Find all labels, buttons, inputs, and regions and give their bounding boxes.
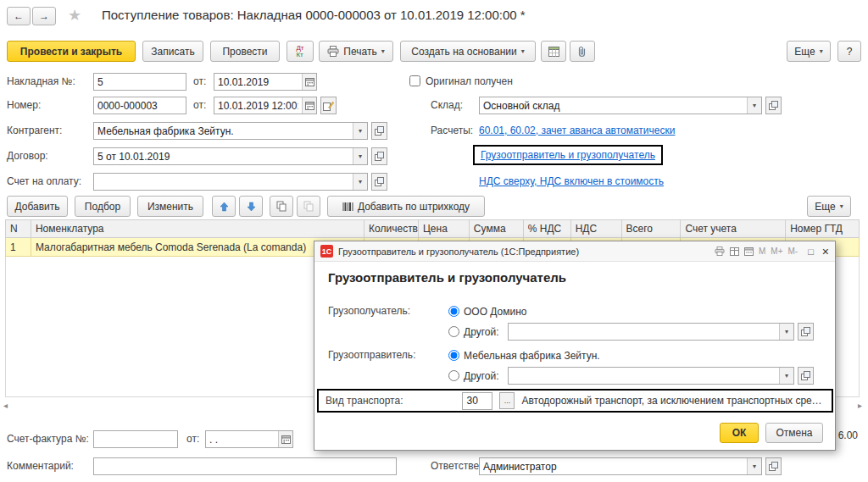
col-header-total[interactable]: Всего	[622, 220, 682, 237]
help-button[interactable]: ?	[837, 41, 861, 62]
edit-number-button[interactable]	[320, 97, 337, 114]
invoice-factura-field[interactable]	[93, 430, 178, 448]
col-header-vat-percent[interactable]: % НДС	[524, 220, 571, 237]
scroll-left-icon[interactable]: ◂	[3, 401, 8, 411]
transport-code-input[interactable]	[463, 393, 492, 409]
col-header-nomenclature[interactable]: Номенклатура	[31, 220, 364, 237]
more-button[interactable]: Еще ▾	[787, 41, 831, 62]
dialog-calendar-icon[interactable]	[744, 247, 754, 256]
consignor-other-open-button[interactable]	[798, 367, 814, 385]
invoice-date-field[interactable]	[214, 73, 317, 91]
consignor-other-radio[interactable]	[448, 370, 459, 381]
consignee-radio[interactable]	[448, 306, 459, 317]
dialog-printer-icon[interactable]	[715, 247, 725, 256]
payment-invoice-open-button[interactable]	[371, 173, 387, 191]
counterparty-open-button[interactable]	[371, 122, 387, 140]
consignor-other-input[interactable]	[509, 368, 779, 384]
number-date-input[interactable]	[214, 97, 302, 114]
chevron-down-icon[interactable]: ▾	[779, 324, 793, 340]
dialog-table-icon[interactable]	[730, 247, 739, 256]
row-number-cell[interactable]: 1	[6, 238, 31, 256]
chevron-down-icon[interactable]: ▾	[747, 97, 761, 114]
responsible-input[interactable]	[480, 458, 747, 474]
memory-plus-button[interactable]: М+	[771, 247, 782, 256]
maximize-icon[interactable]: □	[808, 247, 814, 257]
move-up-button[interactable]	[212, 196, 236, 217]
invoice-factura-input[interactable]	[94, 431, 177, 447]
consignee-other-input[interactable]	[509, 324, 779, 340]
chevron-down-icon[interactable]: ▾	[779, 368, 793, 384]
chevron-down-icon[interactable]: ▾	[747, 458, 761, 474]
warehouse-input[interactable]	[480, 97, 747, 114]
scroll-right-icon[interactable]: ▸	[858, 401, 862, 411]
consignee-other-radio[interactable]	[448, 326, 459, 337]
consignor-consignee-link[interactable]: Грузоотправитель и грузополучатель	[481, 149, 655, 161]
chevron-down-icon[interactable]: ▾	[353, 174, 367, 190]
consignee-other-row[interactable]: Другой:	[448, 323, 499, 341]
number-input[interactable]	[94, 97, 186, 114]
dt-kt-button[interactable]: ДтКт	[287, 41, 314, 62]
invoice-factura-date-input[interactable]	[206, 431, 278, 447]
warehouse-combo[interactable]: ▾	[479, 97, 762, 114]
vat-mode-link[interactable]: НДС сверху, НДС включен в стоимость	[479, 173, 664, 191]
settlements-link[interactable]: 60.01, 60.02, зачет аванса автоматически	[479, 122, 675, 140]
transport-select-button[interactable]: ...	[499, 392, 515, 409]
add-by-barcode-button[interactable]: Добавить по штрихкоду	[327, 196, 485, 217]
comment-input[interactable]	[94, 458, 396, 474]
consignee-other-combo[interactable]: ▾	[508, 323, 794, 341]
add-row-button[interactable]: Добавить	[7, 196, 68, 217]
invoice-no-input[interactable]	[94, 74, 186, 90]
calendar-icon[interactable]	[302, 74, 316, 90]
calendar-icon[interactable]	[302, 97, 316, 114]
print-button[interactable]: Печать ▾	[319, 41, 393, 62]
paste-row-button[interactable]	[297, 196, 320, 217]
col-header-n[interactable]: N	[6, 220, 31, 237]
chevron-down-icon[interactable]: ▾	[353, 148, 367, 164]
payment-invoice-combo[interactable]: ▾	[93, 173, 368, 191]
payment-invoice-input[interactable]	[94, 174, 353, 190]
counterparty-combo[interactable]: ▾	[93, 122, 368, 140]
consignor-option-row[interactable]: Мебельная фабрика Зейтун.	[448, 346, 600, 364]
consignor-other-row[interactable]: Другой:	[448, 367, 499, 385]
move-down-button[interactable]	[239, 196, 263, 217]
favorite-star-icon[interactable]: ★	[68, 6, 81, 25]
counterparty-input[interactable]	[94, 123, 353, 139]
calendar-icon[interactable]	[278, 431, 292, 447]
items-more-button[interactable]: Еще ▾	[807, 196, 851, 217]
col-header-price[interactable]: Цена	[419, 220, 470, 237]
col-header-account[interactable]: Счет учета	[681, 220, 786, 237]
dialog-titlebar[interactable]: 1C Грузоотправитель и грузополучатель (1…	[314, 241, 835, 262]
contract-open-button[interactable]	[371, 147, 387, 165]
ok-button[interactable]: ОК	[720, 423, 759, 443]
col-header-quantity[interactable]: Количество	[364, 220, 419, 237]
memory-minus-button[interactable]: М-	[787, 247, 798, 256]
memory-button[interactable]: М	[759, 247, 765, 256]
forward-button[interactable]: →	[32, 7, 56, 25]
col-header-gtd[interactable]: Номер ГТД	[786, 220, 859, 237]
comment-field[interactable]	[93, 457, 397, 475]
col-header-amount[interactable]: Сумма	[470, 220, 524, 237]
consignee-other-open-button[interactable]	[798, 323, 814, 341]
post-and-close-button[interactable]: Провести и закрыть	[7, 41, 136, 62]
chevron-down-icon[interactable]: ▾	[353, 123, 367, 139]
reports-button[interactable]	[541, 41, 566, 62]
transport-code-field[interactable]	[462, 392, 492, 410]
consignor-other-combo[interactable]: ▾	[508, 367, 794, 385]
responsible-combo[interactable]: ▾	[479, 457, 762, 475]
col-header-vat[interactable]: НДС	[571, 220, 622, 237]
original-received-checkbox[interactable]	[409, 75, 420, 86]
close-icon[interactable]: ×	[822, 245, 829, 258]
number-date-field[interactable]	[214, 97, 317, 114]
write-button[interactable]: Записать	[142, 41, 203, 62]
invoice-date-input[interactable]	[214, 74, 302, 90]
warehouse-open-button[interactable]	[765, 97, 782, 114]
back-button[interactable]: ←	[7, 7, 31, 25]
copy-row-button[interactable]	[270, 196, 293, 217]
attachments-button[interactable]	[570, 41, 595, 62]
post-button[interactable]: Провести	[210, 41, 280, 62]
cancel-button[interactable]: Отмена	[765, 423, 823, 443]
pick-button[interactable]: Подбор	[75, 196, 131, 217]
invoice-factura-date-field[interactable]	[205, 430, 293, 448]
change-button[interactable]: Изменить	[137, 196, 203, 217]
consignor-radio[interactable]	[448, 350, 459, 361]
